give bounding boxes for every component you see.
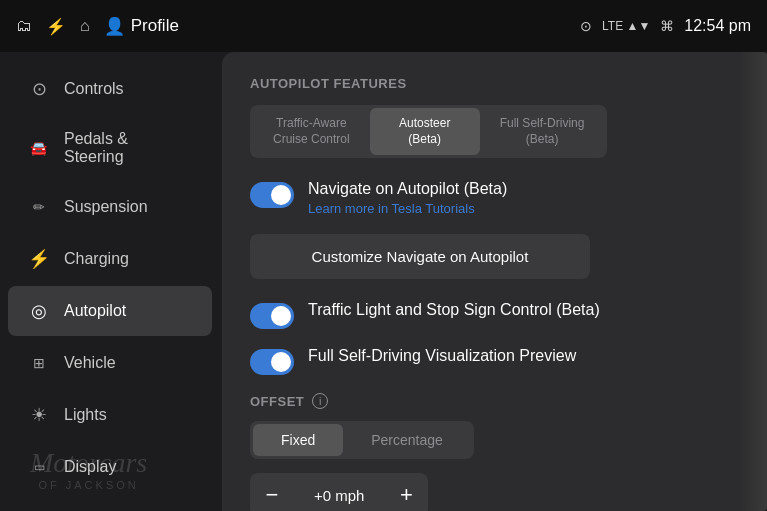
- navigate-link[interactable]: Learn more in Tesla Tutorials: [308, 201, 507, 216]
- stepper-row: − +0 mph +: [250, 473, 428, 511]
- tab-fsd[interactable]: Full Self-Driving (Beta): [480, 108, 605, 155]
- traffic-label: Traffic Light and Stop Sign Control (Bet…: [308, 301, 600, 319]
- sidebar-label-vehicle: Vehicle: [64, 354, 116, 372]
- customize-button[interactable]: Customize Navigate on Autopilot: [250, 234, 590, 279]
- vehicle-icon: ⊞: [28, 352, 50, 374]
- suspension-icon: ✏: [28, 196, 50, 218]
- traffic-toggle[interactable]: [250, 303, 294, 329]
- offset-tab-percentage[interactable]: Percentage: [343, 424, 471, 456]
- profile-button[interactable]: 👤 Profile: [104, 16, 179, 37]
- file-icon: 🗂: [16, 17, 32, 35]
- sidebar-item-autopilot[interactable]: ◎ Autopilot: [8, 286, 212, 336]
- sidebar-item-suspension[interactable]: ✏ Suspension: [8, 182, 212, 232]
- stepper-minus-button[interactable]: −: [250, 473, 294, 511]
- sidebar-label-autopilot: Autopilot: [64, 302, 126, 320]
- sidebar-item-vehicle[interactable]: ⊞ Vehicle: [8, 338, 212, 388]
- traffic-toggle-row: Traffic Light and Stop Sign Control (Bet…: [250, 301, 711, 329]
- offset-row: Offset i: [250, 393, 711, 409]
- charging-icon: ⚡: [28, 248, 50, 270]
- tab-autosteer[interactable]: Autosteer (Beta): [370, 108, 480, 155]
- tab-cruise[interactable]: Traffic-Aware Cruise Control: [253, 108, 370, 155]
- content-area: Autopilot Features Traffic-Aware Cruise …: [222, 52, 739, 511]
- navigate-label: Navigate on Autopilot (Beta): [308, 180, 507, 198]
- sidebar-label-charging: Charging: [64, 250, 129, 268]
- status-right: ⊙ LTE ▲▼ ⌘ 12:54 pm: [580, 17, 751, 35]
- visualization-toggle[interactable]: [250, 349, 294, 375]
- signal-icon: ⊙: [580, 18, 592, 34]
- visualization-label: Full Self-Driving Visualization Preview: [308, 347, 576, 365]
- traffic-text-group: Traffic Light and Stop Sign Control (Bet…: [308, 301, 600, 319]
- bolt-icon: ⚡: [46, 17, 66, 36]
- sidebar-item-controls[interactable]: ⊙ Controls: [8, 64, 212, 114]
- time-display: 12:54 pm: [684, 17, 751, 35]
- navigate-text-group: Navigate on Autopilot (Beta) Learn more …: [308, 180, 507, 216]
- sidebar: ⊙ Controls 🚘 Pedals & Steering ✏ Suspens…: [0, 52, 220, 511]
- pedals-icon: 🚘: [28, 137, 50, 159]
- sidebar-item-lights[interactable]: ☀ Lights: [8, 390, 212, 440]
- sidebar-label-controls: Controls: [64, 80, 124, 98]
- lights-icon: ☀: [28, 404, 50, 426]
- offset-tab-fixed[interactable]: Fixed: [253, 424, 343, 456]
- section-title: Autopilot Features: [250, 76, 711, 91]
- stepper-plus-button[interactable]: +: [384, 473, 428, 511]
- stepper-value: +0 mph: [294, 487, 384, 504]
- display-icon: ▭: [28, 456, 50, 478]
- home-icon: ⌂: [80, 17, 90, 35]
- lte-icon: LTE ▲▼: [602, 19, 650, 33]
- main-layout: ⊙ Controls 🚘 Pedals & Steering ✏ Suspens…: [0, 52, 767, 511]
- bluetooth-icon: ⌘: [660, 18, 674, 34]
- controls-icon: ⊙: [28, 78, 50, 100]
- sidebar-label-lights: Lights: [64, 406, 107, 424]
- person-icon: 👤: [104, 16, 125, 37]
- sidebar-item-trips[interactable]: 📍 Trips: [8, 494, 212, 511]
- sidebar-label-pedals: Pedals & Steering: [64, 130, 192, 166]
- offset-info-icon[interactable]: i: [312, 393, 328, 409]
- navigate-toggle-row: Navigate on Autopilot (Beta) Learn more …: [250, 180, 711, 216]
- visualization-text-group: Full Self-Driving Visualization Preview: [308, 347, 576, 365]
- autopilot-icon: ◎: [28, 300, 50, 322]
- right-edge: [739, 52, 767, 511]
- profile-label: Profile: [131, 16, 179, 36]
- feature-tabs: Traffic-Aware Cruise Control Autosteer (…: [250, 105, 607, 158]
- sidebar-label-suspension: Suspension: [64, 198, 148, 216]
- sidebar-label-display: Display: [64, 458, 116, 476]
- sidebar-item-charging[interactable]: ⚡ Charging: [8, 234, 212, 284]
- navigate-toggle[interactable]: [250, 182, 294, 208]
- visualization-toggle-row: Full Self-Driving Visualization Preview: [250, 347, 711, 375]
- offset-label: Offset: [250, 394, 304, 409]
- status-left: 🗂 ⚡ ⌂ 👤 Profile: [16, 16, 179, 37]
- sidebar-item-display[interactable]: ▭ Display: [8, 442, 212, 492]
- sidebar-item-pedals[interactable]: 🚘 Pedals & Steering: [8, 116, 212, 180]
- offset-tabs: Fixed Percentage: [250, 421, 474, 459]
- status-bar: 🗂 ⚡ ⌂ 👤 Profile ⊙ LTE ▲▼ ⌘ 12:54 pm: [0, 0, 767, 52]
